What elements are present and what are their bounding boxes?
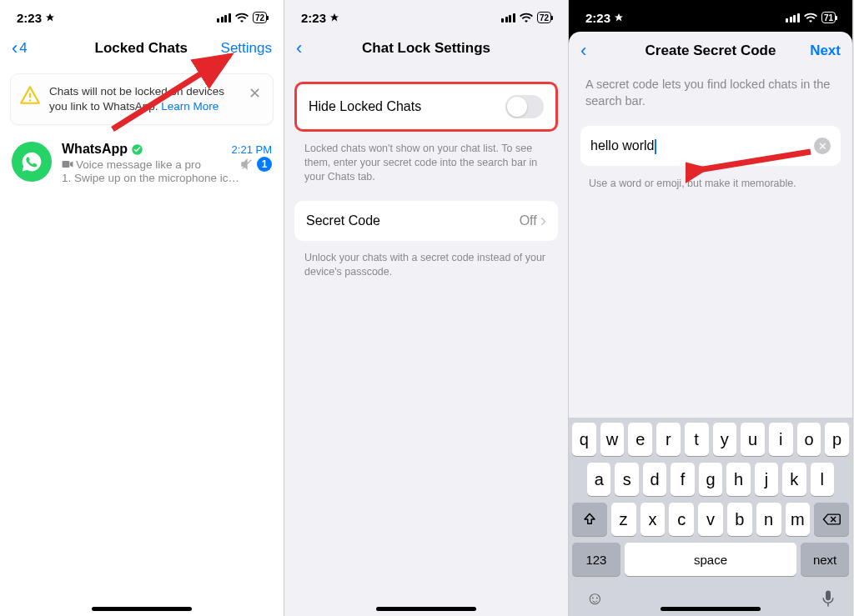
secret-code-row[interactable]: Secret Code Off › [294, 201, 558, 241]
key-x[interactable]: x [640, 503, 666, 536]
key-d[interactable]: d [643, 463, 666, 496]
toggle-switch[interactable] [505, 95, 544, 118]
hide-locked-chats-row[interactable]: Hide Locked Chats [297, 84, 555, 129]
home-indicator[interactable] [376, 607, 476, 611]
group-caption: Locked chats won't show on your chat lis… [284, 137, 568, 184]
chevron-left-icon: ‹ [296, 39, 302, 58]
home-indicator[interactable] [92, 607, 192, 611]
mic-icon [821, 589, 836, 608]
row-value: Off › [520, 212, 546, 230]
key-z[interactable]: z [611, 503, 636, 536]
secret-code-input[interactable]: hello world ✕ [580, 126, 841, 166]
next-button[interactable]: Next [791, 43, 841, 59]
status-bar: 2:23 71 [569, 0, 852, 32]
warning-icon [19, 84, 41, 106]
nav-header: ‹ Create Secret Code Next [569, 32, 852, 68]
location-icon [329, 13, 339, 23]
chat-name: WhatsApp [62, 142, 143, 157]
description-text: A secret code lets you find locked chats… [569, 68, 852, 121]
clear-icon[interactable]: ✕ [814, 138, 831, 154]
whatsapp-icon [20, 150, 43, 173]
key-b[interactable]: b [727, 503, 752, 536]
signal-icon [217, 13, 231, 23]
key-l[interactable]: l [811, 463, 834, 496]
status-bar: 2:23 72 [284, 0, 568, 32]
status-time: 2:23 [17, 11, 42, 25]
close-icon[interactable]: ✕ [245, 84, 264, 103]
battery-icon: 72 [537, 12, 551, 23]
key-k[interactable]: k [782, 463, 806, 496]
shift-icon [582, 512, 597, 527]
battery-icon: 71 [821, 12, 836, 23]
chat-row[interactable]: WhatsApp 2:21 PM Voice message like a pr… [0, 135, 284, 191]
next-key[interactable]: next [801, 543, 849, 576]
key-i[interactable]: i [769, 423, 793, 456]
key-a[interactable]: a [587, 463, 610, 496]
avatar [12, 142, 52, 182]
secret-code-group: Secret Code Off › [294, 201, 558, 241]
location-icon [45, 13, 55, 23]
nav-header: ‹ Chat Lock Settings [284, 32, 568, 68]
key-e[interactable]: e [628, 423, 652, 456]
screen-locked-chats: 2:23 72 ‹ 4 Locked Chats Settings Chats … [0, 0, 284, 616]
key-u[interactable]: u [741, 423, 765, 456]
group-caption: Unlock your chats with a secret code ins… [284, 246, 568, 279]
key-h[interactable]: h [726, 463, 750, 496]
settings-button[interactable]: Settings [221, 40, 272, 57]
key-r[interactable]: r [656, 423, 681, 456]
key-f[interactable]: f [671, 463, 694, 496]
mic-key[interactable] [821, 589, 836, 608]
banner-text: Chats will not be locked on devices you … [49, 84, 237, 114]
numbers-key[interactable]: 123 [572, 543, 620, 576]
status-time: 2:23 [301, 11, 326, 25]
keyboard: qwertyuiop asdfghjkl zxcvbnm 123 space n… [569, 418, 852, 616]
page-title: Chat Lock Settings [346, 40, 506, 57]
key-c[interactable]: c [669, 503, 694, 536]
status-bar: 2:23 72 [0, 0, 284, 32]
home-indicator[interactable] [661, 607, 761, 611]
key-j[interactable]: j [755, 463, 778, 496]
back-button[interactable]: ‹ [296, 39, 346, 58]
backspace-icon [822, 513, 841, 526]
wifi-icon [804, 13, 817, 23]
hide-locked-chats-group: Hide Locked Chats [294, 82, 558, 132]
back-button[interactable]: ‹ 4 [12, 39, 62, 58]
back-count: 4 [19, 40, 27, 57]
signal-icon [501, 13, 515, 23]
key-w[interactable]: w [600, 423, 625, 456]
key-m[interactable]: m [786, 503, 811, 536]
video-icon [62, 160, 73, 168]
svg-rect-3 [63, 161, 70, 168]
learn-more-link[interactable]: Learn More [161, 100, 219, 113]
info-banner: Chats will not be locked on devices you … [10, 73, 274, 125]
key-p[interactable]: p [825, 423, 849, 456]
modal-sheet: ‹ Create Secret Code Next A secret code … [569, 32, 852, 616]
unread-badge: 1 [257, 157, 272, 172]
wifi-icon [520, 13, 533, 23]
key-o[interactable]: o [797, 423, 821, 456]
key-s[interactable]: s [615, 463, 638, 496]
key-n[interactable]: n [756, 503, 781, 536]
page-title: Create Secret Code [630, 43, 791, 59]
shift-key[interactable] [572, 503, 607, 536]
input-value: hello world [590, 138, 656, 154]
battery-icon: 72 [253, 12, 267, 23]
wifi-icon [235, 13, 249, 23]
status-time: 2:23 [585, 11, 610, 25]
key-g[interactable]: g [699, 463, 722, 496]
svg-rect-5 [826, 590, 831, 600]
key-q[interactable]: q [572, 423, 596, 456]
chevron-left-icon: ‹ [12, 39, 18, 58]
key-v[interactable]: v [698, 503, 723, 536]
chat-preview-line1: Voice message like a pro [62, 158, 201, 171]
space-key[interactable]: space [625, 543, 796, 576]
key-t[interactable]: t [685, 423, 709, 456]
chat-preview-line2: 1. Swipe up on the microphone ic… [62, 172, 272, 184]
input-hint: Use a word or emoji, but make it memorab… [569, 171, 852, 196]
chevron-left-icon: ‹ [580, 42, 586, 60]
key-y[interactable]: y [713, 423, 737, 456]
row-label: Hide Locked Chats [309, 99, 421, 114]
emoji-key[interactable]: ☺ [585, 588, 604, 609]
back-button[interactable]: ‹ [580, 42, 630, 60]
backspace-key[interactable] [814, 503, 849, 536]
